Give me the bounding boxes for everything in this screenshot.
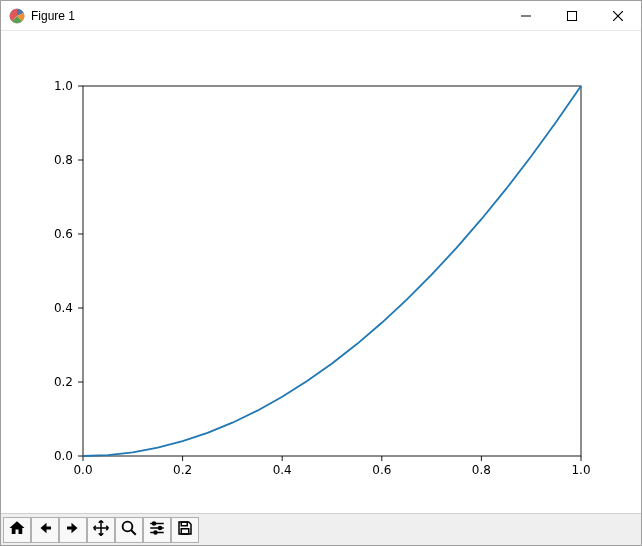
back-button[interactable]	[31, 517, 59, 543]
line-series	[83, 86, 581, 456]
matplotlib-icon	[9, 8, 25, 24]
zoom-icon	[120, 519, 138, 540]
arrow-left-icon	[36, 519, 54, 540]
figure-window: Figure 1 0.00.20.40.60.81.00.00.20.40.60…	[0, 0, 642, 546]
x-tick-label: 0.2	[173, 463, 192, 477]
configure-subplots-button[interactable]	[143, 517, 171, 543]
home-icon	[8, 519, 26, 540]
titlebar: Figure 1	[1, 1, 641, 31]
forward-button[interactable]	[59, 517, 87, 543]
x-tick-label: 0.0	[73, 463, 92, 477]
x-tick-label: 1.0	[571, 463, 590, 477]
svg-point-25	[154, 531, 157, 534]
svg-point-23	[153, 522, 156, 525]
y-tick-label: 1.0	[54, 79, 73, 93]
zoom-button[interactable]	[115, 517, 143, 543]
close-button[interactable]	[595, 1, 641, 30]
x-tick-label: 0.4	[273, 463, 292, 477]
x-tick-label: 0.8	[472, 463, 491, 477]
window-controls	[503, 1, 641, 30]
plot-svg: 0.00.20.40.60.81.00.00.20.40.60.81.0	[1, 31, 641, 513]
save-icon	[176, 519, 194, 540]
y-tick-label: 0.2	[54, 375, 73, 389]
pan-button[interactable]	[87, 517, 115, 543]
save-button[interactable]	[171, 517, 199, 543]
plot-canvas[interactable]: 0.00.20.40.60.81.00.00.20.40.60.81.0	[1, 31, 641, 513]
sliders-icon	[148, 519, 166, 540]
minimize-button[interactable]	[503, 1, 549, 30]
y-tick-label: 0.8	[54, 153, 73, 167]
svg-rect-27	[181, 529, 189, 534]
arrow-right-icon	[64, 519, 82, 540]
window-title: Figure 1	[31, 9, 75, 23]
y-tick-label: 0.0	[54, 449, 73, 463]
maximize-button[interactable]	[549, 1, 595, 30]
y-tick-label: 0.4	[54, 301, 73, 315]
svg-rect-5	[83, 86, 581, 456]
home-button[interactable]	[3, 517, 31, 543]
svg-rect-2	[568, 11, 577, 20]
move-icon	[92, 519, 110, 540]
navigation-toolbar	[1, 513, 641, 545]
y-tick-label: 0.6	[54, 227, 73, 241]
svg-rect-26	[181, 522, 187, 526]
x-tick-label: 0.6	[372, 463, 391, 477]
svg-point-18	[123, 522, 133, 532]
svg-point-24	[159, 527, 162, 530]
svg-line-19	[131, 530, 136, 535]
